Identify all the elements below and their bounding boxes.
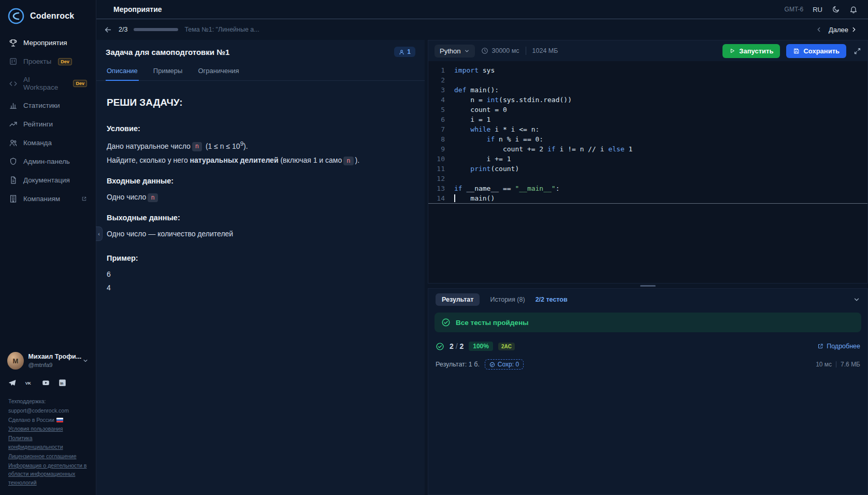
code-line[interactable]: 11 print(count) [428, 164, 867, 174]
code-editor[interactable]: 1import sys2 3def main():4 n = int(sys.s… [428, 61, 867, 283]
privacy-link[interactable]: Политика конфиденциальности [8, 434, 88, 451]
inline-code-n: n [343, 157, 353, 165]
ac-chip: 2AC [498, 343, 515, 350]
notifications-bell-icon[interactable] [849, 5, 858, 13]
language-switcher[interactable]: RU [813, 6, 822, 13]
code-line[interactable]: 2 [428, 75, 867, 85]
user-meta: Михаил Трофи... @mtnfa9 [28, 353, 78, 369]
collapse-panel-handle[interactable]: ‹ [96, 227, 103, 241]
line-number: 4 [428, 95, 454, 105]
code-line[interactable]: 7 while i * i <= n: [428, 124, 867, 134]
line-number: 9 [428, 144, 454, 154]
tab-history[interactable]: История (8) [490, 296, 525, 303]
code-line[interactable]: 3def main(): [428, 85, 867, 95]
sidebar-item-companies[interactable]: Компаниям [5, 190, 91, 207]
topic-label: Тема №1: "Линейные а... [184, 26, 259, 33]
building-icon [9, 194, 18, 203]
it-info-link[interactable]: Информация о деятельности в области инфо… [8, 461, 88, 487]
codenrock-logo-icon [7, 7, 25, 25]
inline-code-n: n [192, 142, 202, 151]
details-link[interactable]: Подробнее [817, 343, 860, 350]
sidebar-item-events[interactable]: Мероприятия [5, 34, 91, 51]
example-title: Пример: [107, 253, 414, 264]
theme-moon-icon[interactable] [832, 5, 840, 13]
fullscreen-icon[interactable] [853, 47, 861, 55]
sidebar-item-admin[interactable]: Админ-панель [5, 153, 91, 170]
prev-chevron-icon[interactable] [815, 26, 822, 33]
line-number: 1 [428, 65, 454, 75]
sidebar-item-team[interactable]: Команда [5, 134, 91, 151]
line-number: 5 [428, 105, 454, 115]
collapse-results-chevron-icon[interactable] [853, 296, 860, 303]
tab-constraints[interactable]: Ограничения [197, 62, 240, 81]
line-number: 7 [428, 124, 454, 134]
bold-phrase: натуральных делителей [190, 156, 279, 164]
code-line[interactable]: 1import sys [428, 65, 867, 75]
code-line[interactable]: 13if __name__ == "__main__": [428, 183, 867, 193]
user-menu[interactable]: М Михаил Трофи... @mtnfa9 [0, 347, 96, 375]
time-limit: 30000 мс [481, 47, 519, 54]
app-root: Codenrock Мероприятия Проекты Dev AI Wor… [0, 0, 868, 495]
telegram-icon[interactable] [8, 379, 16, 387]
line-number: 12 [428, 174, 454, 183]
dev-badge: Dev [58, 58, 72, 65]
sidebar-item-projects[interactable]: Проекты Dev [5, 53, 91, 70]
problem-statement: РЕШИ ЗАДАЧУ: Условие: Дано натуральное ч… [96, 81, 425, 310]
tab-result[interactable]: Результат [436, 293, 480, 306]
code-line[interactable]: 9 count += 2 if i != n // i else 1 [428, 144, 867, 154]
vk-icon[interactable]: VK [24, 379, 33, 387]
line-number: 11 [428, 164, 454, 174]
memory-limit: 1024 МБ [532, 47, 558, 54]
run-button[interactable]: Запустить [722, 44, 780, 58]
sidebar-item-ratings[interactable]: Рейтинги [5, 116, 91, 133]
next-button[interactable]: Далее [829, 26, 858, 34]
line-number: 10 [428, 154, 454, 164]
brand-name: Codenrock [30, 11, 74, 21]
sidebar-item-label: Статистики [23, 102, 60, 109]
code-line[interactable]: 5 count = 0 [428, 105, 867, 115]
document-icon [9, 176, 18, 185]
support-email[interactable]: support@codenrock.com [8, 406, 88, 415]
line-number: 3 [428, 85, 454, 95]
code-line[interactable]: 12 [428, 174, 867, 183]
back-arrow-icon[interactable] [104, 25, 112, 34]
line-number: 13 [428, 183, 454, 193]
output-line: Одно число — количество делителей [107, 229, 414, 239]
license-link[interactable]: Лицензионное соглашение [8, 452, 88, 461]
sidebar-item-label: Мероприятия [23, 39, 67, 47]
inline-code-n: n [148, 193, 157, 202]
youtube-icon[interactable] [41, 379, 50, 387]
saved-chip[interactable]: Сохр: 0 [485, 359, 524, 370]
tab-description[interactable]: Описание [106, 62, 139, 81]
terms-link[interactable]: Условия пользования [8, 425, 88, 433]
sidebar-item-ai-workspace[interactable]: AI Workspace Dev [5, 72, 91, 95]
run-memory: 7.6 МБ [841, 361, 860, 368]
sidebar-item-statistics[interactable]: Статистики [5, 97, 91, 114]
input-line: Одно числоn [107, 192, 414, 202]
code-line[interactable]: 10 i += 1 [428, 154, 867, 164]
save-button[interactable]: Сохранить [786, 44, 846, 58]
linkedin-icon[interactable]: in [59, 379, 66, 387]
external-link-icon [817, 343, 823, 349]
attempts-badge[interactable]: 1 [394, 47, 415, 57]
timezone-label[interactable]: GMT-6 [785, 6, 804, 13]
line-number: 14 [428, 193, 454, 203]
clock-icon [481, 47, 488, 54]
sidebar-item-label: Документация [23, 176, 70, 184]
metrics-divider [836, 361, 836, 367]
code-line[interactable]: 6 i = 1 [428, 115, 867, 124]
code-line[interactable]: 14 main() [428, 193, 867, 204]
next-chevron-icon [850, 26, 858, 33]
text-cursor [454, 194, 455, 202]
tab-tests[interactable]: 2/2 тестов [536, 296, 568, 303]
language-select[interactable]: Python [435, 45, 475, 58]
code-line[interactable]: 4 n = int(sys.stdin.read()) [428, 95, 867, 105]
kanban-icon [9, 57, 18, 66]
example-output: 4 [107, 282, 414, 293]
brand[interactable]: Codenrock [0, 0, 96, 34]
resize-handle[interactable] [640, 285, 656, 287]
sidebar-item-docs[interactable]: Документация [5, 172, 91, 189]
tests-fraction: 2 / 2 [450, 342, 464, 350]
tab-examples[interactable]: Примеры [152, 62, 184, 81]
code-line[interactable]: 8 if n % i == 0: [428, 134, 867, 144]
